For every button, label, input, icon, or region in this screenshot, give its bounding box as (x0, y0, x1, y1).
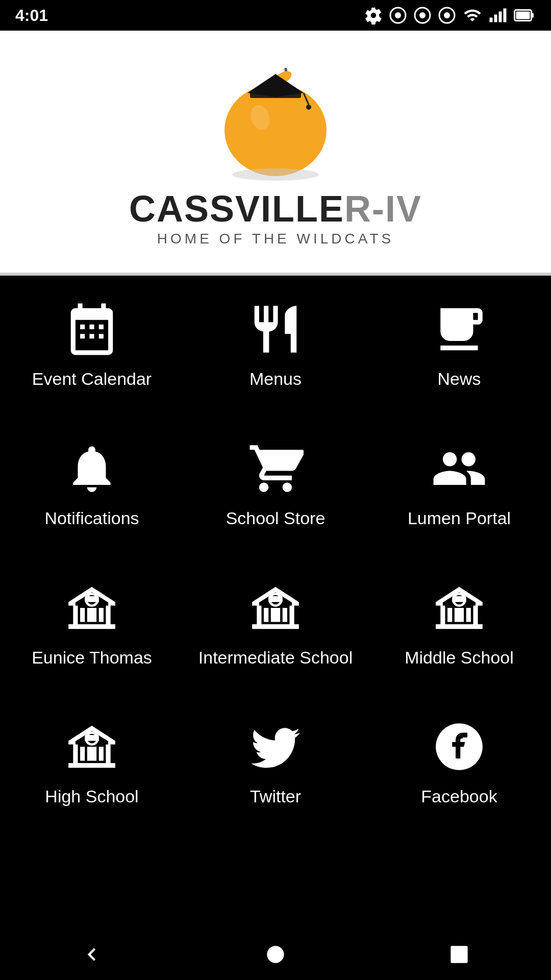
notifications-label: Notifications (44, 508, 139, 529)
logo-apple (204, 51, 347, 184)
nav-recent-button[interactable] (446, 942, 472, 967)
wifi-icon (462, 6, 483, 24)
svg-point-38 (267, 946, 284, 963)
high-school-label: High School (45, 786, 138, 807)
news-label: News (437, 369, 481, 389)
svg-point-3 (419, 12, 425, 18)
grid-item-event-calendar[interactable]: Event Calendar (0, 276, 184, 415)
intermediate-school-label: Intermediate School (198, 647, 353, 668)
svg-rect-24 (445, 327, 469, 331)
grid-item-middle-school[interactable]: Middle School (367, 554, 551, 694)
grid-item-twitter[interactable]: Twitter (184, 693, 367, 832)
eunice-thomas-label: Eunice Thomas (32, 647, 152, 668)
status-time: 4:01 (15, 6, 48, 25)
music2-icon (413, 6, 432, 24)
status-bar: 4:01 (0, 0, 551, 31)
school-name-riv: R-IV (344, 189, 422, 229)
twitter-label: Twitter (250, 786, 301, 807)
status-icons (364, 6, 536, 24)
svg-rect-7 (494, 15, 497, 22)
grid-item-menus[interactable]: Menus (184, 276, 367, 415)
school-intermediate-icon (247, 580, 304, 636)
group-icon (431, 440, 487, 497)
header: CASSVILLE R-IV HOME OF THE WILDCATS (0, 31, 551, 273)
signal-icon (489, 6, 507, 24)
svg-rect-22 (445, 317, 457, 322)
svg-point-5 (444, 12, 450, 18)
settings-icon (364, 6, 383, 24)
grid-item-notifications[interactable]: Notifications (0, 415, 184, 554)
lumen-portal-label: Lumen Portal (408, 508, 511, 529)
grid-item-facebook[interactable]: Facebook (367, 693, 551, 832)
svg-rect-6 (490, 18, 493, 22)
music3-icon (438, 6, 456, 24)
fork-knife-icon (247, 301, 304, 357)
school-store-label: School Store (226, 508, 325, 529)
svg-rect-39 (450, 946, 467, 963)
svg-point-21 (232, 168, 319, 181)
grid-item-high-school[interactable]: High School (0, 693, 184, 832)
calendar-icon (64, 301, 120, 357)
music1-icon (389, 6, 407, 24)
svg-marker-17 (247, 74, 304, 97)
middle-school-label: Middle School (405, 647, 514, 668)
svg-point-19 (306, 105, 311, 110)
svg-rect-8 (499, 12, 502, 22)
bottom-nav (0, 934, 551, 980)
bell-icon (64, 440, 120, 497)
school-high-icon (64, 719, 120, 775)
grid-item-eunice-thomas[interactable]: Eunice Thomas (0, 554, 184, 694)
svg-rect-11 (532, 13, 534, 18)
cart-icon (247, 440, 304, 497)
school-middle-icon (431, 580, 487, 636)
school-eunice-icon (64, 580, 120, 636)
logo-container: CASSVILLE R-IV HOME OF THE WILDCATS (129, 51, 422, 247)
newspaper-icon (431, 301, 487, 357)
grid-item-lumen-portal[interactable]: Lumen Portal (367, 415, 551, 554)
grid-item-news[interactable]: News (367, 276, 551, 415)
grid-item-school-store[interactable]: School Store (184, 415, 367, 554)
facebook-label: Facebook (421, 786, 497, 807)
nav-back-button[interactable] (79, 942, 105, 967)
svg-rect-23 (462, 317, 469, 322)
school-tagline: HOME OF THE WILDCATS (129, 231, 422, 247)
nav-home-button[interactable] (263, 942, 288, 967)
school-name: CASSVILLE R-IV HOME OF THE WILDCATS (129, 189, 422, 247)
svg-point-1 (395, 12, 401, 18)
svg-rect-12 (516, 12, 530, 19)
twitter-icon (247, 719, 304, 775)
main-grid: Event Calendar Menus News Notifi (0, 276, 551, 832)
school-name-cassville: CASSVILLE (129, 189, 344, 229)
facebook-icon (431, 719, 487, 775)
battery-icon (513, 6, 536, 24)
event-calendar-label: Event Calendar (32, 369, 152, 389)
menus-label: Menus (249, 369, 302, 389)
grid-item-intermediate-school[interactable]: Intermediate School (184, 554, 367, 694)
svg-rect-9 (504, 9, 507, 22)
